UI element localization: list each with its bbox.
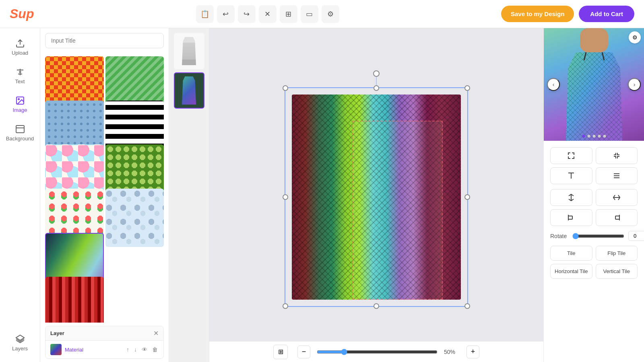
- sidebar-item-background[interactable]: Background: [4, 120, 36, 146]
- chevron-background: [292, 95, 461, 300]
- handle-tc[interactable]: [374, 85, 379, 91]
- expand-button[interactable]: [550, 147, 592, 164]
- sidebar-item-text[interactable]: Text: [4, 63, 36, 88]
- layer-visibility-button[interactable]: 👁: [141, 346, 148, 354]
- vertical-tile-button[interactable]: Vertical Tile: [596, 264, 638, 279]
- handle-mr[interactable]: [464, 194, 470, 200]
- rotate-value-input[interactable]: 0: [628, 231, 644, 241]
- flip-tile-button[interactable]: Flip Tile: [596, 246, 638, 261]
- preview-dot-4[interactable]: [598, 135, 601, 138]
- align-right-icon: [613, 214, 621, 222]
- layer-delete-button[interactable]: 🗑: [151, 346, 159, 354]
- bottom-bar: ⊞ − 50% +: [209, 341, 543, 362]
- image-label: Image: [12, 107, 27, 113]
- canvas-area[interactable]: ⊞ − 50% +: [209, 28, 543, 362]
- cart-button[interactable]: Add to Cart: [579, 6, 634, 22]
- thumbnail-1[interactable]: [174, 33, 204, 69]
- handle-tr[interactable]: [464, 85, 470, 91]
- horizontal-tile-button[interactable]: Horizontal Tile: [550, 264, 592, 279]
- align-h-icon: [613, 172, 621, 180]
- align-top-button[interactable]: [550, 167, 592, 184]
- rotate-line: [376, 76, 377, 88]
- crop-button[interactable]: ⊞: [273, 345, 288, 359]
- background-icon: [15, 124, 25, 134]
- pattern-item[interactable]: [105, 233, 164, 292]
- sidebar-item-layers[interactable]: Layers: [4, 330, 36, 356]
- save-button[interactable]: Save to my Design: [501, 6, 574, 22]
- align-right-button[interactable]: [596, 209, 638, 226]
- tile-grid: Tile Flip Tile Horizontal Tile Vertical …: [550, 246, 638, 279]
- align-h-button[interactable]: [596, 167, 638, 184]
- handle-bl[interactable]: [283, 303, 288, 309]
- rotate-label: Rotate: [550, 233, 568, 239]
- chevron-overlay: [292, 95, 461, 300]
- svg-point-1: [18, 99, 19, 100]
- sidebar-item-image[interactable]: Image: [4, 92, 36, 117]
- svg-rect-5: [580, 28, 608, 52]
- handle-ml[interactable]: [283, 194, 288, 200]
- flip-h-button[interactable]: [596, 189, 638, 206]
- preview-dots: [582, 135, 606, 138]
- rotate-slider[interactable]: [572, 233, 624, 239]
- zoom-percent: 50%: [444, 349, 460, 355]
- zoom-minus-button[interactable]: −: [297, 346, 310, 358]
- cross-btn[interactable]: ✕: [259, 5, 277, 23]
- right-panel: ‹ › ⚙: [543, 28, 644, 362]
- grid-btn[interactable]: ⊞: [280, 5, 297, 23]
- align-left-icon: [567, 214, 575, 222]
- pattern-item[interactable]: [45, 277, 104, 323]
- layer-up-button[interactable]: ↑: [126, 346, 130, 354]
- align-left-button[interactable]: [550, 209, 592, 226]
- settings-btn[interactable]: ⚙: [322, 5, 339, 23]
- layer-down-button[interactable]: ↓: [133, 346, 138, 354]
- layer-title: Layer: [50, 330, 64, 336]
- preview-dot-2[interactable]: [587, 135, 590, 138]
- canvas-content: [292, 95, 461, 300]
- flip-h-icon: [613, 193, 621, 202]
- pattern-grid: [40, 53, 169, 323]
- topbar-right: Save to my Design Add to Cart: [501, 6, 634, 22]
- preview-dot-1[interactable]: [582, 135, 585, 138]
- preview-prev-button[interactable]: ‹: [547, 78, 560, 91]
- layer-name: Material: [65, 347, 122, 353]
- layers-icon: [15, 334, 25, 344]
- flip-v-icon: [567, 193, 575, 202]
- handle-br[interactable]: [464, 303, 470, 309]
- patterns-panel: Layer ✕ Material ↑ ↓ 👁 🗑: [40, 28, 169, 362]
- zoom-slider[interactable]: [317, 349, 438, 355]
- expand-icon: [567, 152, 575, 160]
- tile-button[interactable]: Tile: [550, 246, 592, 261]
- undo-btn[interactable]: ↩: [217, 5, 235, 23]
- background-label: Background: [6, 136, 34, 142]
- align-top-icon: [567, 172, 575, 180]
- left-sidebar: Upload Text Image Background Layers: [0, 28, 40, 362]
- redo-btn[interactable]: ↪: [238, 5, 256, 23]
- handle-tl[interactable]: [283, 85, 288, 91]
- preview-settings-icon[interactable]: ⚙: [629, 31, 641, 43]
- preview-dot-5[interactable]: [603, 135, 606, 138]
- layer-header: Layer ✕: [45, 326, 163, 341]
- svg-rect-2: [16, 125, 24, 133]
- controls-section: Rotate 0 Tile Flip Tile Horizontal Tile …: [544, 141, 644, 285]
- zoom-plus-button[interactable]: +: [466, 346, 479, 358]
- rotate-handle[interactable]: [373, 70, 380, 77]
- control-grid-2: [550, 189, 638, 226]
- title-input[interactable]: [45, 33, 164, 48]
- sidebar-item-upload[interactable]: Upload: [4, 35, 36, 60]
- app-logo: Sup: [10, 6, 34, 21]
- text-label: Text: [15, 78, 25, 84]
- layer-panel: Layer ✕ Material ↑ ↓ 👁 🗑: [45, 326, 164, 359]
- control-grid-1: [550, 147, 638, 184]
- preview-next-button[interactable]: ›: [628, 78, 641, 91]
- thumbnail-2[interactable]: [174, 72, 204, 109]
- frame-btn[interactable]: ▭: [301, 5, 318, 23]
- flip-v-button[interactable]: [550, 189, 592, 206]
- handle-bc[interactable]: [374, 303, 379, 309]
- preview-dot-3[interactable]: [592, 135, 595, 138]
- topbar: Sup 📋 ↩ ↪ ✕ ⊞ ▭ ⚙ Save to my Design Add …: [0, 0, 644, 28]
- compress-button[interactable]: [596, 147, 638, 164]
- layer-close-button[interactable]: ✕: [153, 329, 159, 337]
- svg-rect-18: [615, 216, 619, 219]
- clipboard-btn[interactable]: 📋: [196, 5, 214, 23]
- product-preview: ‹ › ⚙: [544, 28, 644, 141]
